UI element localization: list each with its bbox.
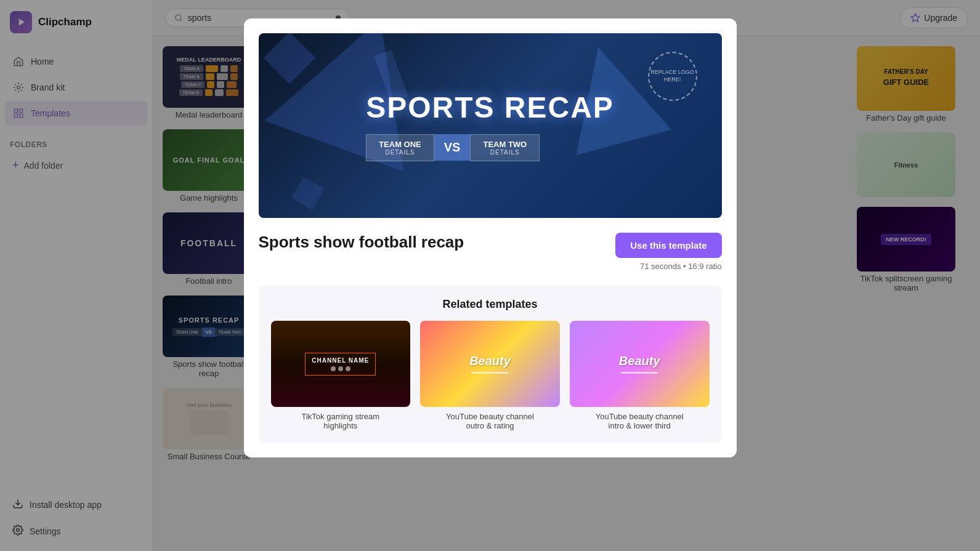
- preview-team-one: TEAM ONE DETAILS: [366, 134, 434, 161]
- preview-vs-badge: VS: [434, 134, 471, 161]
- related-grid: CHANNEL NAME TikTok gaming stream highli…: [271, 321, 710, 430]
- beauty-label-1: Beauty: [469, 354, 511, 368]
- bg-shape-2: [291, 177, 325, 211]
- preview-logo-text: REPLACE LOGO HERE!: [649, 69, 696, 83]
- related-thumb-yt-beauty-outro-visual: Beauty: [420, 321, 560, 407]
- beauty-divider-2: [621, 372, 658, 374]
- use-template-button[interactable]: Use this template: [615, 233, 721, 258]
- related-thumb-tiktok-gaming-visual: CHANNEL NAME: [271, 321, 411, 407]
- beauty-divider-1: [471, 372, 508, 374]
- preview-team-two: TEAM TWO DETAILS: [470, 134, 540, 161]
- related-label-yt-beauty-outro: YouTube beauty channel outro & rating: [420, 412, 560, 430]
- preview-team-two-detail: DETAILS: [483, 149, 527, 156]
- beauty-label-2: Beauty: [619, 354, 660, 368]
- channel-name-text: CHANNEL NAME: [312, 357, 369, 364]
- modal-title: Sports show football recap: [259, 233, 464, 252]
- preview-team-two-name: TEAM TWO: [483, 140, 527, 149]
- modal-meta: 71 seconds • 16:9 ratio: [640, 262, 721, 271]
- modal-preview: REPLACE LOGO HERE! SPORTS RECAP TEAM ONE…: [259, 33, 722, 218]
- modal-info-row: Sports show football recap Use this temp…: [259, 233, 722, 271]
- beauty-content-2: Beauty: [619, 354, 660, 374]
- related-item-yt-beauty-outro[interactable]: Beauty YouTube beauty channel outro & ra…: [420, 321, 560, 430]
- preview-team-one-name: TEAM ONE: [379, 140, 421, 149]
- related-thumb-yt-beauty-outro: Beauty: [420, 321, 560, 407]
- related-thumb-tiktok-gaming: CHANNEL NAME: [271, 321, 411, 407]
- social-icon-3: [346, 366, 350, 371]
- related-label-tiktok-gaming: TikTok gaming stream highlights: [271, 412, 411, 430]
- social-icon-1: [331, 366, 336, 371]
- preview-team-one-detail: DETAILS: [379, 149, 421, 156]
- related-title: Related templates: [271, 298, 710, 311]
- social-icons: [312, 366, 369, 371]
- social-icon-2: [338, 366, 343, 371]
- modal-actions: Use this template 71 seconds • 16:9 rati…: [615, 233, 721, 271]
- related-item-tiktok-gaming[interactable]: CHANNEL NAME TikTok gaming stream highli…: [271, 321, 411, 430]
- related-item-yt-beauty-intro[interactable]: Beauty YouTube beauty channel intro & lo…: [570, 321, 710, 430]
- channel-name-box: CHANNEL NAME: [305, 353, 376, 376]
- preview-main-content: SPORTS RECAP TEAM ONE DETAILS VS TEAM TW…: [366, 90, 614, 161]
- modal-overlay[interactable]: ✕ REPLACE LOGO HERE! SPORTS RECAP TEAM O…: [0, 0, 980, 551]
- preview-logo-placeholder: REPLACE LOGO HERE!: [648, 52, 697, 101]
- related-thumb-yt-beauty-intro-visual: Beauty: [570, 321, 710, 407]
- modal-dialog: ✕ REPLACE LOGO HERE! SPORTS RECAP TEAM O…: [244, 18, 737, 457]
- preview-main-title: SPORTS RECAP: [366, 90, 614, 124]
- preview-vs-row: TEAM ONE DETAILS VS TEAM TWO DETAILS: [366, 134, 614, 161]
- related-label-yt-beauty-intro: YouTube beauty channel intro & lower thi…: [570, 412, 710, 430]
- related-thumb-yt-beauty-intro: Beauty: [570, 321, 710, 407]
- beauty-content-1: Beauty: [469, 354, 511, 374]
- related-templates-section: Related templates CHANNEL NAME: [259, 286, 722, 443]
